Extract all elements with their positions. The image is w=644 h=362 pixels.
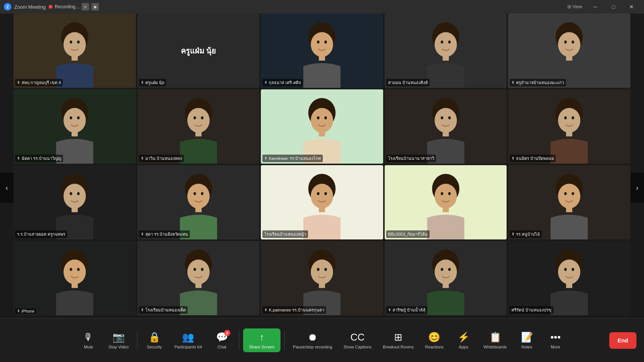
svg-point-3: [70, 40, 72, 43]
minimize-button[interactable]: ─: [587, 0, 604, 14]
svg-rect-59: [72, 207, 78, 212]
mic-icon: 🎙: [512, 156, 515, 160]
participant-video: [508, 165, 630, 239]
svg-point-87: [70, 268, 72, 271]
svg-point-68: [311, 184, 333, 209]
svg-point-98: [311, 259, 333, 284]
share-screen-button[interactable]: ↑ Share Screen: [243, 328, 280, 352]
security-button[interactable]: 🔒 Security: [141, 328, 168, 352]
participant-name: Kanokwan รร.บ้านหนองโกศ: [269, 155, 320, 162]
notes-label: Notes: [521, 345, 532, 349]
participant-name-tag: 🎙ครูอำนาจบ้านหนองมะแก่ว: [510, 79, 566, 86]
participant-name-tag: 🎙รร.หนู่บ้าปไม้: [510, 230, 542, 238]
svg-rect-83: [566, 207, 572, 212]
participant-name: สพบ.กาญจนบุรี เขต 4: [22, 79, 61, 86]
video-cell-4: 🎙ครูอำนาจบ้านหนองมะแก่ว: [508, 14, 630, 88]
svg-point-39: [317, 116, 320, 119]
participant-video: [14, 165, 136, 239]
svg-point-105: [441, 268, 443, 271]
mic-icon: 🎙: [264, 81, 268, 84]
participant-name-tag: 🎙Kanokwan รร.บ้านหนองโกศ: [262, 155, 322, 162]
svg-point-14: [434, 32, 457, 57]
apps-button[interactable]: ⚡ Apps: [450, 328, 477, 352]
svg-point-57: [70, 192, 72, 195]
more-button[interactable]: ••• More: [542, 328, 569, 352]
stop-recording-btn[interactable]: ⏹: [91, 3, 99, 11]
participants-button[interactable]: 👥 Participants 64: [170, 328, 206, 352]
mic-icon: 🎙: [17, 309, 20, 313]
mute-button[interactable]: 🎙 Mute: [75, 328, 102, 352]
svg-point-106: [448, 268, 451, 271]
participant-video: [137, 89, 260, 164]
participant-video: [14, 14, 136, 88]
record-button[interactable]: ⏺ Pause/stop recording: [288, 328, 337, 352]
video-cell-14: 🎙รร.หนู่บ้าปไม้: [508, 165, 630, 239]
reactions-button[interactable]: 😊 Reactions: [421, 328, 448, 352]
svg-point-56: [63, 184, 86, 209]
svg-rect-41: [319, 132, 325, 137]
svg-point-104: [434, 259, 457, 284]
breakout-button[interactable]: ⊞ Breakout Rooms: [378, 328, 418, 352]
close-button[interactable]: ✕: [623, 0, 640, 14]
svg-rect-107: [442, 283, 448, 288]
video-cell-3: สามมน บ้านหนองสิงห์: [385, 14, 507, 88]
participant-video: [261, 241, 383, 315]
video-cell-0: 🎙สพบ.กาญจนบุรี เขต 4: [14, 14, 136, 88]
video-cell-15: 🎙iPhone: [14, 241, 136, 315]
divider-2: [239, 331, 239, 350]
divider-3: [284, 331, 285, 350]
mic-icon: 🎙: [264, 156, 268, 160]
mute-icon: 🎙: [83, 331, 93, 343]
view-button[interactable]: ⊞ View: [567, 4, 582, 9]
recording-label: Recording...: [55, 4, 79, 9]
participant-video: [261, 89, 383, 164]
notes-icon: 📝: [521, 331, 533, 343]
end-button[interactable]: End: [609, 332, 636, 349]
participant-name-tag: โรงเรียนบ้านหนองหญ้า: [262, 230, 308, 238]
whiteboards-button[interactable]: 📋 Whiteboards: [479, 328, 512, 352]
svg-point-64: [201, 192, 203, 195]
video-cell-17: 🎙K.paimanee รร.บ้านนครกุนดา: [261, 241, 383, 315]
svg-point-86: [63, 259, 86, 284]
reactions-icon: 😊: [428, 331, 440, 343]
video-cell-9: 🎙ธนมิตร บ้านปิดพลอย: [508, 89, 630, 164]
svg-point-22: [572, 40, 575, 43]
participant-name: iPhone: [22, 309, 34, 313]
svg-rect-71: [319, 207, 325, 212]
notes-button[interactable]: 📝 Notes: [514, 328, 540, 352]
stop-video-button[interactable]: 📷 Stop Video: [104, 328, 133, 352]
participant-name: รร.หนู่บ้าปไม้: [516, 231, 540, 238]
more-icon: •••: [550, 331, 561, 343]
svg-point-88: [77, 268, 80, 271]
captions-icon: CC: [350, 331, 365, 343]
participant-video: [14, 89, 136, 164]
pause-recording-btn[interactable]: ⏸: [82, 3, 89, 11]
participant-video: [14, 241, 136, 315]
svg-point-38: [311, 108, 333, 133]
chat-button[interactable]: 💬 2 Chat: [209, 328, 235, 352]
mic-icon: 🎙: [512, 81, 515, 84]
participant-name-tag: 🎙สาริชญ์ บ้านน้ำล้ลุ้: [386, 306, 427, 314]
participant-name: ครูอำนาจบ้านหนองมะแก่ว: [516, 79, 564, 86]
toolbar: 🎙 Mute 📷 Stop Video 🔒 Security 👥 Partici…: [0, 318, 644, 362]
svg-point-92: [187, 259, 210, 284]
participant-name: ธนมิตร บ้านปิดพลอย: [516, 155, 554, 162]
svg-point-81: [564, 192, 567, 195]
maximize-button[interactable]: □: [605, 0, 622, 14]
mute-label: Mute: [84, 345, 93, 349]
participant-name-tag: สามมน บ้านหนองสิงห์: [386, 79, 430, 86]
captions-button[interactable]: CC Show Captions: [339, 328, 376, 352]
apps-icon: ⚡: [458, 331, 470, 343]
chat-badge: 2: [224, 330, 230, 336]
participant-video: [508, 241, 630, 315]
participant-video: [508, 14, 630, 88]
participant-video: [137, 165, 260, 239]
participant-name: K.paimanee รร.บ้านนครกุนดา: [269, 307, 324, 313]
participant-name: นัตตา รร.บ้านนาวิญญ: [22, 155, 61, 162]
participant-video: [508, 89, 630, 164]
next-page-button[interactable]: ›: [630, 173, 644, 203]
participant-name-tag: 🎙กุลธมาส เศรี-คดิจ: [262, 79, 303, 86]
video-cell-1: ครูแฝ่ม นุ้ย🎙ครูแฝ่ม นุ้ย: [137, 14, 260, 88]
previous-page-button[interactable]: ‹: [0, 173, 14, 203]
divider-1: [137, 331, 137, 350]
